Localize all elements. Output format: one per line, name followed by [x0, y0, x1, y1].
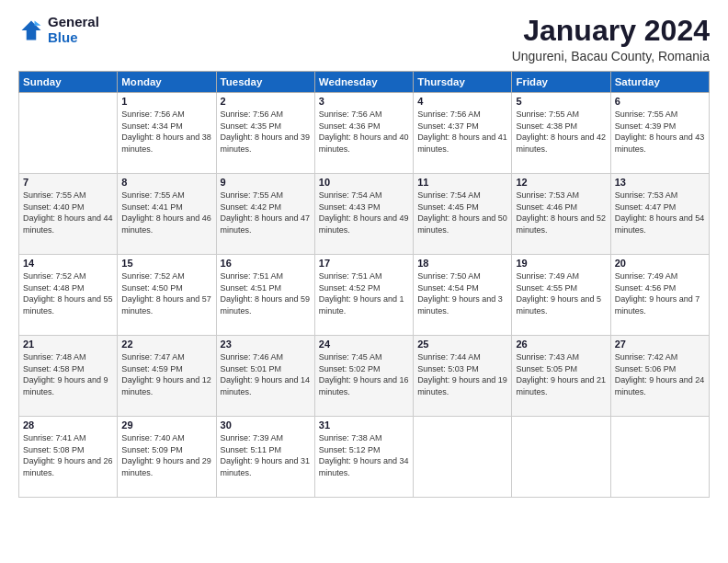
day-cell: 20Sunrise: 7:49 AMSunset: 4:56 PMDayligh…: [610, 255, 709, 336]
day-cell: 24Sunrise: 7:45 AMSunset: 5:02 PMDayligh…: [314, 336, 413, 417]
day-number: 11: [417, 177, 507, 188]
day-number: 3: [319, 96, 409, 107]
day-cell: [414, 417, 512, 498]
day-cell: 25Sunrise: 7:44 AMSunset: 5:03 PMDayligh…: [414, 336, 512, 417]
day-cell: 23Sunrise: 7:46 AMSunset: 5:01 PMDayligh…: [216, 336, 314, 417]
cell-info: Sunrise: 7:38 AMSunset: 5:12 PMDaylight:…: [319, 432, 409, 478]
day-number: 14: [23, 258, 113, 269]
day-cell: 2Sunrise: 7:56 AMSunset: 4:35 PMDaylight…: [216, 93, 314, 174]
title-block: January 2024 Ungureni, Bacau County, Rom…: [512, 15, 710, 63]
logo-general: General: [48, 15, 99, 30]
cell-info: Sunrise: 7:56 AMSunset: 4:37 PMDaylight:…: [417, 109, 507, 155]
day-number: 22: [121, 339, 211, 350]
day-number: 16: [221, 258, 311, 269]
cell-info: Sunrise: 7:43 AMSunset: 5:05 PMDaylight:…: [516, 351, 606, 397]
day-cell: [19, 93, 118, 174]
day-cell: 5Sunrise: 7:55 AMSunset: 4:38 PMDaylight…: [512, 93, 610, 174]
cell-info: Sunrise: 7:56 AMSunset: 4:36 PMDaylight:…: [319, 109, 409, 155]
cell-info: Sunrise: 7:49 AMSunset: 4:55 PMDaylight:…: [516, 270, 606, 316]
day-number: 12: [516, 177, 606, 188]
weekday-header-wednesday: Wednesday: [314, 72, 413, 93]
logo-blue: Blue: [48, 30, 99, 46]
cell-info: Sunrise: 7:54 AMSunset: 4:43 PMDaylight:…: [319, 190, 409, 236]
day-cell: 28Sunrise: 7:41 AMSunset: 5:08 PMDayligh…: [19, 417, 118, 498]
day-number: 7: [23, 177, 113, 188]
day-number: 21: [23, 339, 113, 350]
cell-info: Sunrise: 7:53 AMSunset: 4:47 PMDaylight:…: [615, 190, 705, 236]
day-cell: 3Sunrise: 7:56 AMSunset: 4:36 PMDaylight…: [314, 93, 413, 174]
day-cell: [512, 417, 610, 498]
day-number: 9: [221, 177, 311, 188]
day-cell: 10Sunrise: 7:54 AMSunset: 4:43 PMDayligh…: [314, 174, 413, 255]
cell-info: Sunrise: 7:48 AMSunset: 4:58 PMDaylight:…: [23, 351, 113, 397]
cell-info: Sunrise: 7:52 AMSunset: 4:50 PMDaylight:…: [121, 270, 211, 316]
cell-info: Sunrise: 7:52 AMSunset: 4:48 PMDaylight:…: [23, 270, 113, 316]
day-number: 30: [221, 419, 311, 431]
day-cell: 8Sunrise: 7:55 AMSunset: 4:41 PMDaylight…: [118, 174, 216, 255]
day-cell: 17Sunrise: 7:51 AMSunset: 4:52 PMDayligh…: [314, 255, 413, 336]
day-number: 10: [319, 177, 409, 188]
cell-info: Sunrise: 7:55 AMSunset: 4:38 PMDaylight:…: [516, 109, 606, 155]
day-number: 28: [23, 419, 113, 431]
cell-info: Sunrise: 7:56 AMSunset: 4:35 PMDaylight:…: [221, 109, 311, 155]
day-cell: 1Sunrise: 7:56 AMSunset: 4:34 PMDaylight…: [118, 93, 216, 174]
day-number: 1: [121, 96, 211, 107]
cell-info: Sunrise: 7:45 AMSunset: 5:02 PMDaylight:…: [319, 351, 409, 397]
logo: General Blue: [18, 15, 99, 45]
day-number: 4: [417, 96, 507, 107]
weekday-header-row: SundayMondayTuesdayWednesdayThursdayFrid…: [19, 72, 710, 93]
day-cell: 29Sunrise: 7:40 AMSunset: 5:09 PMDayligh…: [118, 417, 216, 498]
cell-info: Sunrise: 7:50 AMSunset: 4:54 PMDaylight:…: [417, 270, 507, 316]
day-number: 5: [516, 96, 606, 107]
cell-info: Sunrise: 7:54 AMSunset: 4:45 PMDaylight:…: [417, 190, 507, 236]
day-cell: [610, 417, 709, 498]
cell-info: Sunrise: 7:51 AMSunset: 4:52 PMDaylight:…: [319, 270, 409, 316]
day-cell: 18Sunrise: 7:50 AMSunset: 4:54 PMDayligh…: [414, 255, 512, 336]
day-number: 25: [417, 339, 507, 350]
cell-info: Sunrise: 7:40 AMSunset: 5:09 PMDaylight:…: [121, 432, 211, 478]
calendar-subtitle: Ungureni, Bacau County, Romania: [512, 49, 710, 63]
day-number: 19: [516, 258, 606, 269]
cell-info: Sunrise: 7:39 AMSunset: 5:11 PMDaylight:…: [221, 432, 311, 478]
cell-info: Sunrise: 7:55 AMSunset: 4:42 PMDaylight:…: [221, 190, 311, 236]
day-number: 27: [615, 339, 705, 350]
day-cell: 26Sunrise: 7:43 AMSunset: 5:05 PMDayligh…: [512, 336, 610, 417]
day-number: 20: [615, 258, 705, 269]
weekday-header-sunday: Sunday: [19, 72, 118, 93]
cell-info: Sunrise: 7:42 AMSunset: 5:06 PMDaylight:…: [615, 351, 705, 397]
day-number: 13: [615, 177, 705, 188]
day-number: 24: [319, 339, 409, 350]
day-cell: 4Sunrise: 7:56 AMSunset: 4:37 PMDaylight…: [414, 93, 512, 174]
day-cell: 13Sunrise: 7:53 AMSunset: 4:47 PMDayligh…: [610, 174, 709, 255]
day-number: 8: [121, 177, 211, 188]
day-number: 31: [319, 419, 409, 431]
day-cell: 22Sunrise: 7:47 AMSunset: 4:59 PMDayligh…: [118, 336, 216, 417]
day-cell: 30Sunrise: 7:39 AMSunset: 5:11 PMDayligh…: [216, 417, 314, 498]
cell-info: Sunrise: 7:44 AMSunset: 5:03 PMDaylight:…: [417, 351, 507, 397]
day-cell: 21Sunrise: 7:48 AMSunset: 4:58 PMDayligh…: [19, 336, 118, 417]
day-cell: 31Sunrise: 7:38 AMSunset: 5:12 PMDayligh…: [314, 417, 413, 498]
logo-text: General Blue: [48, 15, 99, 45]
cell-info: Sunrise: 7:56 AMSunset: 4:34 PMDaylight:…: [121, 109, 211, 155]
day-number: 15: [121, 258, 211, 269]
week-row-4: 21Sunrise: 7:48 AMSunset: 4:58 PMDayligh…: [19, 336, 710, 417]
week-row-2: 7Sunrise: 7:55 AMSunset: 4:40 PMDaylight…: [19, 174, 710, 255]
week-row-3: 14Sunrise: 7:52 AMSunset: 4:48 PMDayligh…: [19, 255, 710, 336]
week-row-1: 1Sunrise: 7:56 AMSunset: 4:34 PMDaylight…: [19, 93, 710, 174]
calendar-container: General Blue January 2024 Ungureni, Baca…: [0, 0, 728, 563]
cell-info: Sunrise: 7:47 AMSunset: 4:59 PMDaylight:…: [121, 351, 211, 397]
calendar-title: January 2024: [512, 15, 710, 47]
day-cell: 7Sunrise: 7:55 AMSunset: 4:40 PMDaylight…: [19, 174, 118, 255]
day-number: 2: [221, 96, 311, 107]
cell-info: Sunrise: 7:49 AMSunset: 4:56 PMDaylight:…: [615, 270, 705, 316]
weekday-header-tuesday: Tuesday: [216, 72, 314, 93]
cell-info: Sunrise: 7:53 AMSunset: 4:46 PMDaylight:…: [516, 190, 606, 236]
day-cell: 9Sunrise: 7:55 AMSunset: 4:42 PMDaylight…: [216, 174, 314, 255]
day-number: 18: [417, 258, 507, 269]
day-cell: 16Sunrise: 7:51 AMSunset: 4:51 PMDayligh…: [216, 255, 314, 336]
cell-info: Sunrise: 7:55 AMSunset: 4:40 PMDaylight:…: [23, 190, 113, 236]
day-cell: 15Sunrise: 7:52 AMSunset: 4:50 PMDayligh…: [118, 255, 216, 336]
day-cell: 19Sunrise: 7:49 AMSunset: 4:55 PMDayligh…: [512, 255, 610, 336]
cell-info: Sunrise: 7:55 AMSunset: 4:41 PMDaylight:…: [121, 190, 211, 236]
calendar-table: SundayMondayTuesdayWednesdayThursdayFrid…: [18, 71, 710, 498]
